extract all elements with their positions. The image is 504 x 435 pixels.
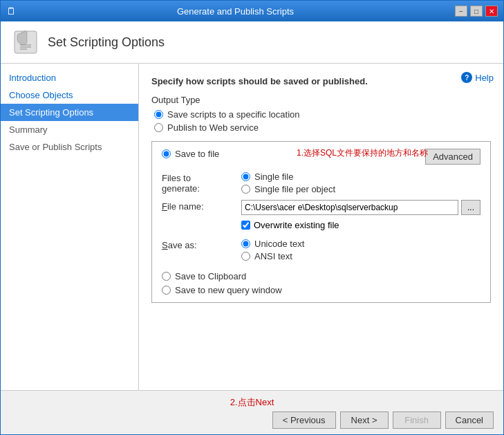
file-name-label: File name: <box>162 200 241 212</box>
files-label: Files togenerate: <box>162 172 241 194</box>
annotation-1: 1.选择SQL文件要保持的地方和名称 <box>297 147 428 159</box>
sidebar-item-choose-objects[interactable]: Choose Objects <box>1 86 138 104</box>
files-controls: Single file Single file per object <box>241 172 480 194</box>
footer-annotation: 2.点击Next <box>230 396 274 409</box>
sidebar-item-set-scripting-options[interactable]: Set Scripting Options <box>1 104 138 121</box>
restore-button[interactable]: □ <box>470 6 483 17</box>
save-as-controls: Unicode text ANSI text <box>241 239 480 261</box>
single-per-object-label: Single file per object <box>254 184 335 194</box>
radio-unicode[interactable]: Unicode text <box>241 239 480 249</box>
close-button[interactable]: ✕ <box>485 6 498 17</box>
browse-button[interactable]: ... <box>461 200 480 215</box>
window-controls: − □ ✕ <box>455 6 498 17</box>
main-area: Introduction Choose Objects Set Scriptin… <box>1 64 503 390</box>
output-type-label: Output Type <box>151 95 491 105</box>
radio-publish-label: Publish to Web service <box>167 122 259 133</box>
radio-save-label: Save scripts to a specific location <box>167 109 299 120</box>
footer-buttons: < Previous Next > Finish Cancel <box>10 411 494 429</box>
finish-button[interactable]: Finish <box>393 411 441 429</box>
sidebar-item-introduction[interactable]: Introduction <box>1 69 138 86</box>
sidebar-item-summary[interactable]: Summary <box>1 121 138 138</box>
single-per-object-input[interactable] <box>241 185 250 194</box>
radio-save-input[interactable] <box>154 110 163 119</box>
output-type-group: Save scripts to a specific location Publ… <box>154 109 491 133</box>
window-body: Set Scripting Options Introduction Choos… <box>1 21 503 434</box>
save-as-label: Save as: <box>162 239 241 250</box>
save-as-underline: S <box>162 240 168 250</box>
minimize-button[interactable]: − <box>455 6 467 17</box>
clipboard-label: Save to Clipboard <box>175 271 246 281</box>
save-to-file-radio[interactable]: Save to file <box>162 149 219 159</box>
advanced-button[interactable]: Advanced <box>425 149 480 165</box>
titlebar: 🗒 Generate and Publish Scripts − □ ✕ <box>1 1 503 21</box>
file-name-field[interactable] <box>241 200 458 215</box>
help-icon: ? <box>461 72 472 83</box>
sidebar: Introduction Choose Objects Set Scriptin… <box>1 64 139 390</box>
app-icon: 🗒 <box>6 6 16 17</box>
page-title: Set Scripting Options <box>48 35 165 50</box>
file-name-underline: F <box>162 201 167 212</box>
radio-query-window[interactable]: Save to new query window <box>162 285 480 295</box>
footer: 2.点击Next < Previous Next > Finish Cancel <box>1 390 503 434</box>
help-link[interactable]: ? Help <box>461 72 494 83</box>
save-to-file-label: Save to file <box>175 149 219 159</box>
content-panel: ? Help Specify how scripts should be sav… <box>139 64 503 390</box>
radio-single-per-object[interactable]: Single file per object <box>241 184 480 194</box>
header-icon <box>12 28 39 56</box>
unicode-input[interactable] <box>241 239 250 248</box>
save-as-row: Save as: Unicode text ANSI text <box>162 239 480 261</box>
single-file-input[interactable] <box>241 172 250 181</box>
single-file-label: Single file <box>254 172 293 182</box>
radio-single-file[interactable]: Single file <box>241 172 480 182</box>
overwrite-label: Overwrite existing file <box>254 220 339 230</box>
file-name-row: File name: ... Overwrite existing file <box>162 200 480 233</box>
previous-button[interactable]: < Previous <box>272 411 336 429</box>
radio-publish-input[interactable] <box>154 123 163 132</box>
radio-publish-web[interactable]: Publish to Web service <box>154 122 491 133</box>
radio-save-scripts[interactable]: Save scripts to a specific location <box>154 109 491 120</box>
other-options: Save to Clipboard Save to new query wind… <box>162 271 480 295</box>
query-window-input[interactable] <box>162 286 171 295</box>
main-window: 🗒 Generate and Publish Scripts − □ ✕ Set… <box>0 0 504 435</box>
radio-clipboard[interactable]: Save to Clipboard <box>162 271 480 281</box>
file-name-controls: ... Overwrite existing file <box>241 200 480 233</box>
instruction-text: Specify how scripts should be saved or p… <box>151 76 491 86</box>
save-to-file-input[interactable] <box>162 149 171 158</box>
radio-ansi[interactable]: ANSI text <box>241 251 480 261</box>
next-button[interactable]: Next > <box>340 411 389 429</box>
header-bar: Set Scripting Options <box>1 21 503 64</box>
cancel-button[interactable]: Cancel <box>445 411 494 429</box>
query-window-label: Save to new query window <box>175 285 282 295</box>
help-label: Help <box>475 73 494 83</box>
ansi-input[interactable] <box>241 252 250 261</box>
window-title: Generate and Publish Scripts <box>16 6 455 17</box>
overwrite-checkbox[interactable] <box>241 221 250 230</box>
unicode-label: Unicode text <box>254 239 304 249</box>
file-name-input-row: ... <box>241 200 480 215</box>
save-box: 1.选择SQL文件要保持的地方和名称 Save to file Advanced… <box>151 141 491 303</box>
overwrite-checkbox-row[interactable]: Overwrite existing file <box>241 220 480 230</box>
clipboard-input[interactable] <box>162 272 171 281</box>
sidebar-item-save-or-publish[interactable]: Save or Publish Scripts <box>1 138 138 156</box>
ansi-label: ANSI text <box>254 251 292 261</box>
files-to-generate-row: Files togenerate: Single file Single fil… <box>162 172 480 194</box>
